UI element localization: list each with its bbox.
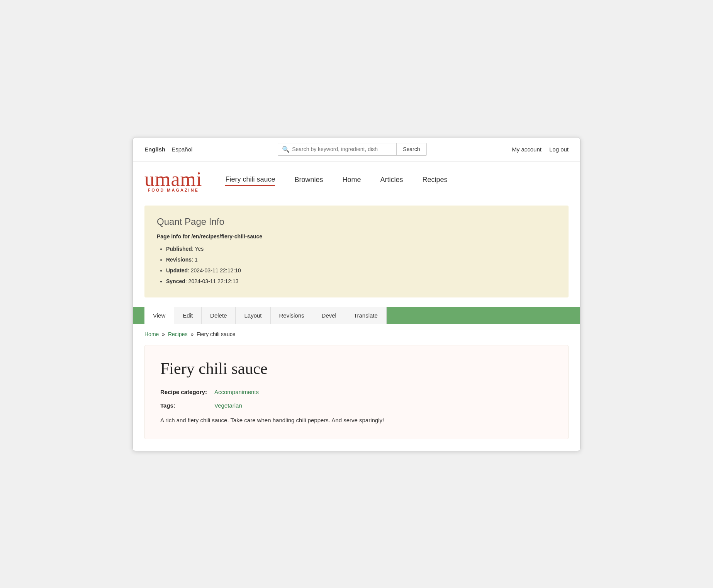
search-icon: 🔍 [282, 146, 290, 153]
search-input[interactable] [292, 146, 392, 152]
info-box-item-published: Published: Yes [166, 243, 556, 254]
tab-translate[interactable]: Translate [345, 307, 387, 324]
page-frame: English Español 🔍 Search My account Log … [132, 137, 581, 451]
search-form: 🔍 Search [278, 143, 426, 156]
breadcrumb-recipes[interactable]: Recipes [168, 331, 188, 337]
nav-links: Fiery chili sauce Brownies Home Articles… [225, 175, 447, 186]
info-box-item-synced: Synced: 2024-03-11 22:12:13 [166, 276, 556, 287]
published-value: Yes [195, 246, 204, 252]
content-area: Fiery chili sauce Recipe category: Accom… [144, 345, 569, 439]
tabs-bar: View Edit Delete Layout Revisions Devel … [133, 307, 580, 324]
logo-subtitle: FOOD MAGAZINE [144, 188, 202, 192]
top-bar: English Español 🔍 Search My account Log … [133, 138, 580, 161]
tab-view[interactable]: View [144, 307, 174, 324]
revisions-label: Revisions [166, 257, 192, 263]
synced-label: Synced [166, 278, 185, 284]
recipe-category-row: Recipe category: Accompaniments [160, 389, 553, 395]
recipe-description: A rich and fiery chili sauce. Take care … [160, 416, 553, 425]
lang-espanol[interactable]: Español [171, 146, 192, 153]
category-label: Recipe category: [160, 389, 211, 395]
tab-edit[interactable]: Edit [174, 307, 202, 324]
info-box-path: Page info for /en/recipes/fiery-chili-sa… [157, 233, 556, 240]
logo-area: umami FOOD MAGAZINE [144, 169, 202, 192]
updated-label: Updated [166, 267, 188, 274]
recipe-title: Fiery chili sauce [160, 359, 553, 378]
logo-text: umami [144, 169, 202, 189]
logout-link[interactable]: Log out [549, 146, 569, 153]
search-input-wrapper: 🔍 [278, 143, 396, 155]
updated-value: 2024-03-11 22:12:10 [191, 267, 241, 274]
tab-layout[interactable]: Layout [236, 307, 270, 324]
nav-link-fiery-chili-sauce[interactable]: Fiery chili sauce [225, 175, 275, 186]
search-button[interactable]: Search [396, 143, 426, 155]
category-value: Accompaniments [214, 389, 259, 395]
lang-english[interactable]: English [144, 146, 165, 153]
recipe-meta: Recipe category: Accompaniments Tags: Ve… [160, 389, 553, 409]
breadcrumb-sep2: » [190, 331, 194, 337]
info-box-item-updated: Updated: 2024-03-11 22:12:10 [166, 265, 556, 276]
tab-revisions[interactable]: Revisions [271, 307, 313, 324]
tags-label: Tags: [160, 402, 211, 409]
category-link[interactable]: Accompaniments [214, 389, 259, 395]
nav-link-articles[interactable]: Articles [380, 176, 403, 185]
language-switcher: English Español [144, 146, 192, 153]
info-box: Quant Page Info Page info for /en/recipe… [144, 206, 569, 297]
breadcrumb-current: Fiery chili sauce [197, 331, 235, 337]
info-box-list: Published: Yes Revisions: 1 Updated: 202… [157, 243, 556, 287]
nav-link-brownies[interactable]: Brownies [294, 176, 323, 185]
breadcrumb-sep1: » [162, 331, 165, 337]
user-actions: My account Log out [512, 146, 569, 153]
main-nav: umami FOOD MAGAZINE Fiery chili sauce Br… [133, 161, 580, 196]
info-box-title: Quant Page Info [157, 216, 556, 227]
nav-link-home[interactable]: Home [343, 176, 361, 185]
tab-devel[interactable]: Devel [313, 307, 345, 324]
recipe-tags-row: Tags: Vegetarian [160, 402, 553, 409]
tab-delete[interactable]: Delete [202, 307, 236, 324]
published-label: Published [166, 246, 192, 252]
my-account-link[interactable]: My account [512, 146, 542, 153]
tags-link[interactable]: Vegetarian [214, 402, 242, 409]
breadcrumb: Home » Recipes » Fiery chili sauce [133, 324, 580, 341]
search-area: 🔍 Search [278, 143, 426, 156]
synced-value: 2024-03-11 22:12:13 [188, 278, 239, 284]
breadcrumb-home[interactable]: Home [144, 331, 159, 337]
info-box-item-revisions: Revisions: 1 [166, 254, 556, 265]
tags-value: Vegetarian [214, 402, 242, 409]
revisions-value: 1 [195, 257, 198, 263]
nav-link-recipes[interactable]: Recipes [423, 176, 448, 185]
